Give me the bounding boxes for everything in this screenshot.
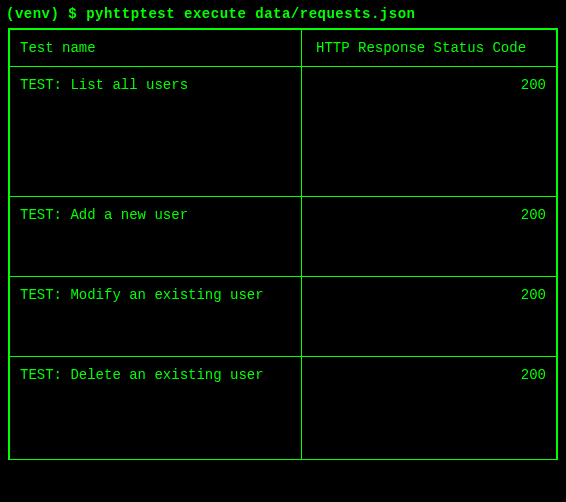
- cell-status-code: 200: [302, 197, 557, 277]
- cell-test-name: TEST: Add a new user: [10, 197, 302, 277]
- cell-status-code: 200: [302, 67, 557, 197]
- table-row: TEST: Modify an existing user 200: [10, 277, 557, 357]
- cell-status-code: 200: [302, 357, 557, 459]
- command-text: pyhttptest execute data/requests.json: [86, 6, 415, 22]
- results-table: Test name HTTP Response Status Code TEST…: [9, 29, 557, 459]
- table-row: TEST: Add a new user 200: [10, 197, 557, 277]
- shell-prompt-line: (venv) $ pyhttptest execute data/request…: [2, 4, 564, 28]
- table-row: TEST: Delete an existing user 200: [10, 357, 557, 459]
- header-row: Test name HTTP Response Status Code: [10, 30, 557, 67]
- venv-prefix: (venv) $: [6, 6, 86, 22]
- table-row: TEST: List all users 200: [10, 67, 557, 197]
- cell-test-name: TEST: Delete an existing user: [10, 357, 302, 459]
- cell-status-code: 200: [302, 277, 557, 357]
- results-table-wrap: Test name HTTP Response Status Code TEST…: [8, 28, 558, 460]
- header-test-name: Test name: [10, 30, 302, 67]
- cell-test-name: TEST: Modify an existing user: [10, 277, 302, 357]
- header-status-code: HTTP Response Status Code: [302, 30, 557, 67]
- cell-test-name: TEST: List all users: [10, 67, 302, 197]
